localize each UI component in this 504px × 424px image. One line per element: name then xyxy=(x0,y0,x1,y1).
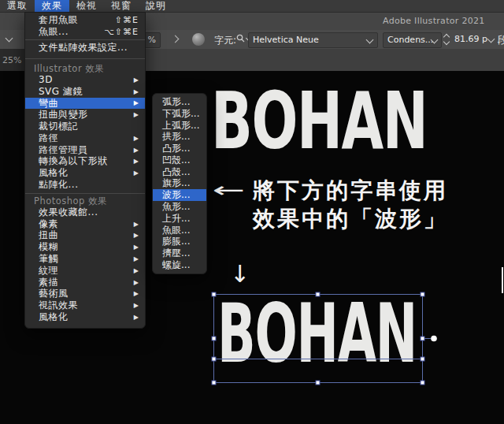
menubar-item-select[interactable]: 選取 xyxy=(0,0,35,12)
menu-item-warp[interactable]: 彎曲 ▶ xyxy=(25,98,145,110)
menu-item-video[interactable]: 視訊效果 ▶ xyxy=(25,299,145,311)
submenu-arrow-icon: ▶ xyxy=(134,279,139,286)
submenu-arrow-icon: ▶ xyxy=(134,244,139,251)
percent-suffix: % xyxy=(148,35,156,45)
chevron-down-icon[interactable] xyxy=(487,35,495,43)
menu-bar: 選取 效果 檢視 視窗 說明 xyxy=(0,0,504,13)
submenu-arrow-icon: ▶ xyxy=(134,169,139,177)
menu-item-crop-marks[interactable]: 裁切標記 xyxy=(25,121,145,132)
submenu-item-arc[interactable]: 弧形... xyxy=(153,96,206,108)
submenu-item-arc-upper[interactable]: 上弧形... xyxy=(153,120,206,132)
submenu-item-bulge[interactable]: 凸形... xyxy=(153,143,206,154)
submenu-item-twist[interactable]: 螺旋... xyxy=(153,259,206,271)
menu-item-distort-transform[interactable]: 扭曲與變形 ▶ xyxy=(25,109,145,121)
menu-item-apply-fisheye[interactable]: 套用魚眼 ⇧⌘E xyxy=(25,14,145,26)
search-icon xyxy=(236,34,245,43)
submenu-arrow-icon: ▶ xyxy=(134,147,139,154)
illustrator-window: BOHAN ← 將下方的字串使用 效果中的「波形」 ↓ BOHAN xyxy=(0,0,504,424)
menu-divider xyxy=(25,54,145,64)
submenu-item-arc-lower[interactable]: 下弧形... xyxy=(153,108,206,120)
submenu-item-shell-lower[interactable]: 凹殼... xyxy=(153,154,206,166)
menu-item-effect-gallery[interactable]: 效果收藏館... xyxy=(25,206,145,218)
submenu-item-wave[interactable]: 波形... xyxy=(153,189,206,201)
menu-item-texture[interactable]: 紋理 ▶ xyxy=(25,265,145,277)
menu-section-illustrator-effects: Illustrator 效果 xyxy=(25,64,145,74)
menu-item-stylize-ai[interactable]: 風格化 ▶ xyxy=(25,167,145,179)
menu-item-pixelate[interactable]: 像素 ▶ xyxy=(25,218,145,230)
menu-item-pathfinder[interactable]: 路徑管理員 ▶ xyxy=(25,144,145,156)
menubar-item-window[interactable]: 視窗 xyxy=(104,0,139,12)
menubar-item-effect[interactable]: 效果 xyxy=(35,0,69,12)
menu-item-artistic[interactable]: 藝術風 ▶ xyxy=(25,288,145,300)
menu-item-3d[interactable]: 3D ▶ xyxy=(25,74,145,86)
submenu-arrow-icon: ▶ xyxy=(134,76,139,84)
menu-item-fisheye[interactable]: 魚眼... ⌥⇧⌘E xyxy=(25,26,145,38)
warp-submenu: 弧形... 下弧形... 上弧形... 拱形... 凸形... 凹殼... 凸殼… xyxy=(152,93,207,274)
font-size-stepper[interactable] xyxy=(443,33,450,46)
submenu-arrow-icon: ▶ xyxy=(134,99,139,106)
menubar-item-view[interactable]: 檢視 xyxy=(69,0,104,12)
down-arrow-icon: ↓ xyxy=(230,262,250,286)
menu-item-blur[interactable]: 模糊 ▶ xyxy=(25,241,145,253)
annotation-line-1: 將下方的字串使用 xyxy=(253,176,448,206)
submenu-arrow-icon: ▶ xyxy=(134,255,139,262)
menu-item-sketch[interactable]: 素描 ▶ xyxy=(25,277,145,288)
menu-item-path[interactable]: 路徑 ▶ xyxy=(25,132,145,144)
app-title: Adobe Illustrator 2021 xyxy=(383,16,485,26)
headline-text-object[interactable]: BOHAN xyxy=(211,82,427,160)
menu-item-svg-filters[interactable]: SVG 濾鏡 ▶ xyxy=(25,86,145,98)
submenu-arrow-icon: ▶ xyxy=(134,111,139,118)
submenu-item-fisheye[interactable]: 魚眼... xyxy=(153,225,206,236)
font-style-value: Condens... xyxy=(387,35,433,45)
menu-item-convert-to-shape[interactable]: 轉換為以下形狀 ▶ xyxy=(25,156,145,168)
submenu-item-arch[interactable]: 拱形... xyxy=(153,131,206,143)
menu-divider xyxy=(25,191,145,196)
text-caret xyxy=(502,267,503,293)
menu-item-stylize-ps[interactable]: 風格化 ▶ xyxy=(25,311,145,323)
chevron-down-icon xyxy=(443,39,450,45)
submenu-item-squeeze[interactable]: 擠壓... xyxy=(153,247,206,259)
submenu-item-flag[interactable]: 旗形... xyxy=(153,178,206,190)
submenu-item-shell-upper[interactable]: 凸殼... xyxy=(153,166,206,178)
menubar-item-help[interactable]: 說明 xyxy=(139,0,173,12)
shortcut-label: ⇧⌘E xyxy=(115,15,139,25)
submenu-arrow-icon: ▶ xyxy=(134,302,139,309)
submenu-arrow-icon: ▶ xyxy=(134,88,139,95)
annotation-line-2: 效果中的「波形」 xyxy=(253,204,448,234)
submenu-item-rise[interactable]: 上升... xyxy=(153,213,206,225)
chevron-down-icon[interactable] xyxy=(6,35,13,43)
submenu-item-fish[interactable]: 魚形... xyxy=(153,201,206,213)
effect-menu: 套用魚眼 ⇧⌘E 魚眼... ⌥⇧⌘E 文件點陣效果設定... Illustra… xyxy=(24,12,146,329)
submenu-arrow-icon: ▶ xyxy=(134,267,139,274)
submenu-item-inflate[interactable]: 膨脹... xyxy=(153,236,206,248)
chevron-right-icon[interactable] xyxy=(172,35,180,43)
shortcut-label: ⌥⇧⌘E xyxy=(104,27,139,37)
sphere-icon[interactable] xyxy=(192,33,205,46)
font-style-select[interactable]: Condens... xyxy=(383,32,442,48)
menu-item-rasterize[interactable]: 點陣化... xyxy=(25,179,145,191)
character-label: 字元: xyxy=(214,34,236,47)
font-family-select[interactable]: Helvetica Neue xyxy=(248,32,378,48)
left-arrow-icon: ← xyxy=(213,180,245,200)
paragraph-label: 段 xyxy=(498,33,504,47)
menu-item-document-raster-settings[interactable]: 文件點陣效果設定... xyxy=(25,42,145,54)
submenu-arrow-icon: ▶ xyxy=(134,232,139,239)
font-size-value[interactable]: 81.69 p xyxy=(454,34,487,44)
font-family-value: Helvetica Neue xyxy=(253,35,319,45)
submenu-arrow-icon: ▶ xyxy=(134,158,139,165)
menu-item-distort-ps[interactable]: 扭曲 ▶ xyxy=(25,230,145,242)
menu-divider xyxy=(25,38,145,42)
submenu-arrow-icon: ▶ xyxy=(134,290,139,297)
submenu-arrow-icon: ▶ xyxy=(134,135,139,142)
selected-text-object[interactable]: BOHAN xyxy=(217,293,417,374)
submenu-arrow-icon: ▶ xyxy=(134,314,139,321)
chevron-down-icon xyxy=(366,36,374,44)
submenu-arrow-icon: ▶ xyxy=(134,221,139,228)
menu-item-brush-strokes[interactable]: 筆觸 ▶ xyxy=(25,253,145,265)
